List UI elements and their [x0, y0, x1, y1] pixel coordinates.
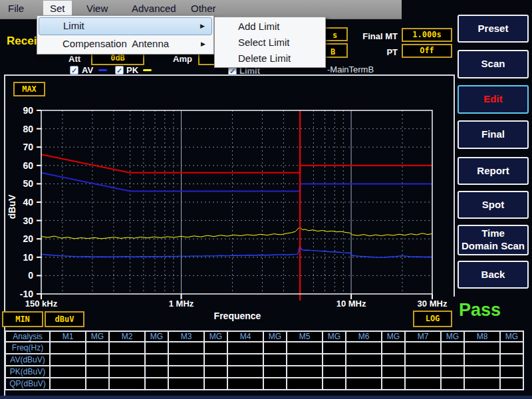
table-cell [346, 342, 382, 354]
table-cell [441, 366, 464, 378]
submenu-item-select-limit[interactable]: Select Limit [216, 35, 324, 51]
table-cell [86, 378, 109, 390]
table-cell [323, 342, 346, 354]
table-cell [500, 342, 523, 354]
spectrum-plot [0, 74, 456, 331]
table-header-mg-4: MG [145, 331, 168, 342]
y-tick-label: 60 [12, 160, 33, 171]
limit-submenu: Add LimitSelect LimitDelete Limit [214, 17, 326, 68]
menu-item-file[interactable]: File [1, 1, 31, 17]
scan-button[interactable]: Scan [458, 50, 529, 78]
pass-status-badge: Pass [459, 300, 501, 321]
x-tick-label: 150 kHz [13, 299, 69, 309]
unit-button[interactable]: dBuV [45, 311, 84, 327]
table-cell [287, 366, 323, 378]
qp-limit-trace [41, 154, 432, 173]
table-header-m7-13: M7 [405, 331, 441, 342]
back-button[interactable]: Back [458, 261, 529, 289]
table-cell [86, 342, 109, 354]
spot-button[interactable]: Spot [458, 191, 529, 219]
table-cell [145, 342, 168, 354]
att-label: Att [68, 54, 80, 64]
submenu-arrow-icon: ▶ [200, 18, 205, 34]
table-cell [323, 354, 346, 366]
table-header-analysis: Analysis [5, 331, 50, 342]
max-scale-button[interactable]: MAX [13, 82, 45, 96]
table-cell [168, 366, 204, 378]
table-cell [263, 378, 287, 390]
row-label: QP(dBuV) [5, 378, 50, 390]
final-button[interactable]: Final [458, 120, 529, 149]
table-cell [227, 354, 263, 366]
x-axis-title: Frequence [209, 311, 266, 321]
table-cell [86, 354, 109, 366]
report-button[interactable]: Report [458, 157, 529, 185]
table-cell [109, 354, 145, 366]
limit-name-label: -MainTermB [327, 65, 374, 74]
x-tick-label: 30 MHz [404, 299, 460, 309]
table-cell [405, 366, 441, 378]
table-cell [382, 378, 405, 390]
measurement-table: AnalysisM1MGM2MGM3MGM4MGM5MGM6MGM7MGM8MG… [5, 331, 524, 390]
x-tick-label: 1 MHz [154, 299, 209, 309]
table-header-mg-12: MG [382, 331, 405, 342]
table-header-mg-16: MG [500, 331, 523, 342]
table-cell [227, 342, 263, 354]
table-cell [500, 366, 523, 378]
pt-label: PT [346, 47, 398, 57]
pt-value-box[interactable]: Off [402, 44, 452, 58]
table-cell [145, 354, 168, 366]
table-header-m6-11: M6 [346, 331, 382, 342]
av-checkbox[interactable]: ✓ [70, 66, 78, 74]
table-header-m8-15: M8 [464, 331, 500, 342]
table-cell [227, 378, 263, 390]
submenu-item-add-limit[interactable]: Add Limit [216, 19, 324, 35]
pk-checkbox[interactable]: ✓ [115, 66, 124, 74]
y-tick-label: 20 [12, 233, 33, 244]
menu-item-other[interactable]: Other [184, 1, 223, 17]
table-cell [109, 342, 145, 354]
table-row: AV(dBuV) [5, 354, 523, 366]
time-domain-scan-button[interactable]: Time Domain Scan [458, 225, 529, 255]
table-header-mg-14: MG [441, 331, 464, 342]
table-header-m2-3: M2 [109, 331, 145, 342]
preset-button[interactable]: Preset [458, 15, 529, 43]
log-scale-button[interactable]: LOG [413, 311, 452, 327]
table-cell [441, 378, 464, 390]
table-cell [382, 354, 405, 366]
final-mt-value-box[interactable]: 1.000s [402, 28, 452, 42]
final-mt-label: Final MT [346, 31, 398, 41]
table-cell [204, 354, 227, 366]
table-cell [346, 366, 382, 378]
table-cell [168, 354, 204, 366]
menu-row-limit[interactable]: Limit▶ [39, 17, 212, 35]
menu-item-set[interactable]: Set [43, 1, 72, 17]
min-scale-button[interactable]: MIN [2, 311, 43, 327]
table-header-mg-8: MG [263, 331, 287, 342]
y-tick-label: 30 [12, 215, 33, 226]
submenu-item-delete-limit[interactable]: Delete Limit [216, 51, 324, 66]
table-cell [168, 342, 204, 354]
table-cell [168, 378, 204, 390]
table-header-m1-1: M1 [50, 331, 86, 342]
table-cell [382, 342, 405, 354]
table-header-m3-5: M3 [168, 331, 204, 342]
table-cell [500, 354, 523, 366]
table-cell [145, 378, 168, 390]
table-cell [109, 378, 145, 390]
table-cell [109, 366, 145, 378]
y-tick-label: 40 [12, 197, 33, 207]
table-cell [204, 342, 227, 354]
menu-item-advanced[interactable]: Advanced [125, 1, 183, 17]
menu-row-compensation-antenna[interactable]: Compensation Antenna▶ [39, 35, 212, 53]
table-cell [441, 342, 464, 354]
table-header-mg-10: MG [323, 331, 346, 342]
set-dropdown-menu: Limit▶Compensation Antenna▶ [37, 15, 214, 55]
y-tick-label: 10 [12, 252, 33, 263]
table-cell [50, 378, 86, 390]
table-header-mg-2: MG [86, 331, 109, 342]
table-cell [323, 378, 346, 390]
menu-item-view[interactable]: View [80, 1, 114, 17]
table-header-m4-7: M4 [227, 331, 263, 342]
edit-button[interactable]: Edit [458, 85, 529, 114]
